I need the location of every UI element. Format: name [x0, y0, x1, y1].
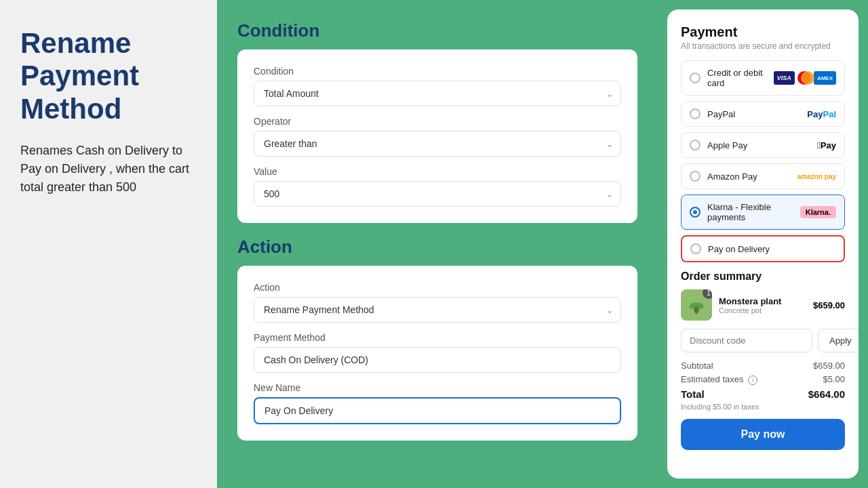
operator-select[interactable]: Greater than	[254, 131, 621, 157]
payment-option-amazonpay[interactable]: Amazon Pay amazon pay	[681, 163, 845, 189]
payment-subtitle: All transactions are secure and encrypte…	[681, 41, 845, 51]
value-select[interactable]: 500	[254, 181, 621, 207]
value-select-wrapper[interactable]: 500	[254, 181, 621, 207]
payment-option-paypal[interactable]: PayPal PayPal	[681, 101, 845, 127]
amazonpay-logo: amazon pay	[797, 173, 836, 180]
condition-title: Condition	[237, 20, 637, 41]
taxes-info-icon: i	[748, 375, 757, 385]
payment-title: Payment	[681, 24, 845, 40]
radio-paypal	[690, 108, 701, 119]
discount-input[interactable]	[681, 329, 812, 352]
condition-select[interactable]: Total Amount	[254, 81, 621, 106]
middle-panel: Condition Condition Total Amount Operato…	[217, 0, 658, 488]
klarna-label: Klarna - Flexible payments	[707, 202, 800, 222]
plant-icon	[686, 295, 707, 315]
action-section: Action Action Rename Payment Method Paym…	[237, 237, 637, 441]
payondelivery-label: Pay on Delivery	[708, 244, 770, 254]
payment-option-klarna[interactable]: Klarna - Flexible payments Klarna.	[681, 195, 845, 230]
condition-section: Condition Condition Total Amount Operato…	[237, 20, 637, 223]
condition-label: Condition	[254, 66, 621, 77]
paypal-label: PayPal	[707, 109, 735, 119]
payment-method-input[interactable]	[254, 347, 621, 373]
new-name-input[interactable]	[254, 397, 621, 424]
operator-label: Operator	[254, 116, 621, 127]
subtotal-value: $659.00	[813, 361, 845, 371]
radio-klarna	[690, 207, 701, 218]
card-logos: VISA AMEX	[774, 71, 836, 85]
paypal-logo: PayPal	[807, 109, 836, 119]
total-value: $664.00	[808, 388, 845, 400]
amazonpay-label: Amazon Pay	[707, 171, 757, 182]
condition-select-wrapper[interactable]: Total Amount	[254, 81, 621, 106]
pay-now-button[interactable]: Pay now	[681, 419, 845, 450]
visa-logo: VISA	[774, 71, 795, 85]
payment-option-credit[interactable]: Credit or debit card VISA AMEX	[681, 60, 845, 96]
payment-method-label: Payment Method	[254, 332, 621, 343]
action-card: Action Rename Payment Method Payment Met…	[237, 266, 637, 441]
radio-payondelivery	[690, 243, 701, 254]
product-name: Monstera plant	[719, 296, 806, 306]
action-title: Action	[237, 237, 637, 258]
subtotal-label: Subtotal	[681, 361, 713, 371]
action-select[interactable]: Rename Payment Method	[254, 297, 621, 323]
total-label: Total	[681, 388, 705, 400]
description-text: Renames Cash on Delivery to Pay on Deliv…	[20, 142, 197, 197]
value-label: Value	[254, 166, 621, 177]
credit-label: Credit or debit card	[707, 68, 774, 88]
product-row: 1 Monstera plant Concrete pot $659.00	[681, 289, 845, 321]
taxes-value: $5.00	[823, 374, 845, 385]
operator-select-wrapper[interactable]: Greater than	[254, 131, 621, 157]
action-select-wrapper[interactable]: Rename Payment Method	[254, 297, 621, 323]
payment-card: Payment All transactions are secure and …	[667, 9, 859, 479]
product-info: Monstera plant Concrete pot	[719, 296, 806, 314]
taxes-label: Estimated taxes i	[681, 374, 757, 385]
svg-rect-3	[696, 308, 697, 314]
product-price: $659.00	[813, 300, 845, 310]
payment-option-applepay[interactable]: Apple Pay Pay	[681, 132, 845, 158]
klarna-logo: Klarna.	[800, 206, 836, 218]
action-label-text: Action	[254, 282, 621, 293]
new-name-label: New Name	[254, 382, 621, 393]
order-summary-title: Order summary	[681, 270, 845, 283]
applepay-logo: Pay	[817, 140, 836, 150]
main-heading: Rename Payment Method	[20, 27, 197, 125]
mastercard-logo	[797, 71, 811, 85]
tax-note: Including $5.00 in taxes	[681, 403, 845, 411]
right-panel: Payment All transactions are secure and …	[658, 0, 868, 488]
subtotal-row: Subtotal $659.00	[681, 361, 845, 371]
applepay-label: Apple Pay	[707, 140, 747, 150]
condition-card: Condition Total Amount Operator Greater …	[237, 49, 637, 223]
taxes-row: Estimated taxes i $5.00	[681, 374, 845, 385]
product-image: 1	[681, 289, 712, 321]
left-panel: Rename Payment Method Renames Cash on De…	[0, 0, 217, 488]
radio-applepay	[690, 140, 701, 150]
radio-amazonpay	[690, 171, 701, 182]
discount-row: Apply	[681, 329, 845, 352]
amex-logo: AMEX	[814, 71, 836, 85]
apply-button[interactable]: Apply	[818, 329, 859, 352]
payment-option-payondelivery[interactable]: Pay on Delivery	[681, 235, 845, 262]
total-row: Total $664.00	[681, 388, 845, 400]
radio-credit	[690, 73, 701, 83]
product-sub: Concrete pot	[719, 306, 806, 314]
